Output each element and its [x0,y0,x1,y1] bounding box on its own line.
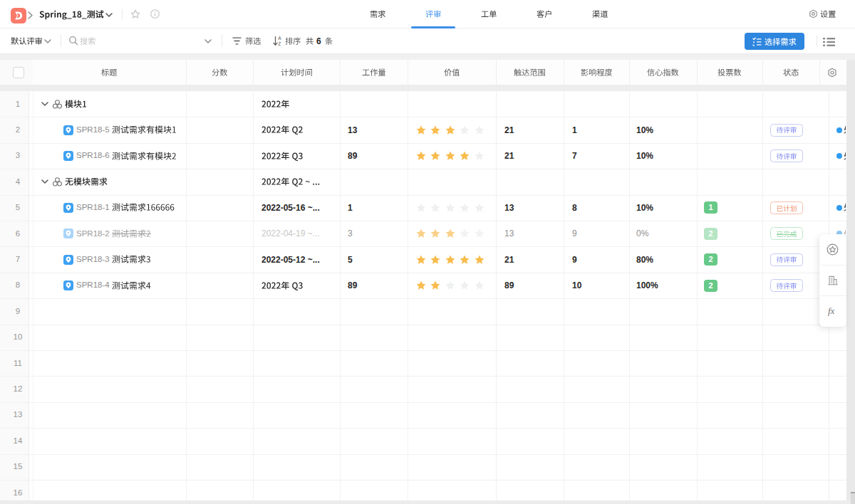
svg-text:A: A [278,36,281,41]
svg-text:Z: Z [278,41,281,46]
